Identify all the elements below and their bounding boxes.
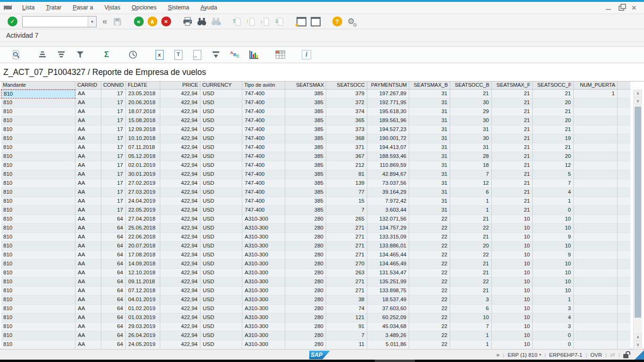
cell-seatsmax_f[interactable]: 10: [492, 251, 533, 260]
info-icon[interactable]: i: [299, 49, 314, 61]
cell-price[interactable]: 422,94: [160, 233, 200, 242]
cell-num_puerta[interactable]: [574, 143, 618, 152]
cell-seatsocc_b[interactable]: 7: [450, 170, 492, 179]
cell-seatsocc_f[interactable]: 1: [533, 296, 574, 304]
cell-paymentsum[interactable]: 3.603,44: [367, 206, 409, 215]
cell-seatsocc_f[interactable]: 0: [533, 340, 574, 349]
cell-mandante[interactable]: 810: [1, 331, 75, 340]
cell-tipo_avion[interactable]: A310-300: [242, 340, 285, 349]
cell-seatsocc_f[interactable]: 4: [533, 188, 574, 197]
cell-seatsocc_b[interactable]: 1: [450, 331, 492, 340]
cell-paymentsum[interactable]: 133.315,09: [367, 233, 409, 242]
restore-button[interactable]: [619, 5, 625, 11]
cell-mandante[interactable]: 810: [1, 269, 75, 278]
cell-seatsmax_b[interactable]: 31: [409, 143, 450, 152]
cell-currency[interactable]: USD: [200, 125, 242, 134]
cell-seatsocc_b[interactable]: 6: [450, 304, 492, 313]
cell-seatsocc_b[interactable]: 21: [450, 233, 492, 242]
cell-seatsmax_b[interactable]: 31: [409, 188, 450, 197]
cell-paymentsum[interactable]: 60.252,09: [367, 313, 409, 322]
cell-mandante[interactable]: 810: [1, 322, 75, 331]
cell-seatsmax_f[interactable]: 10: [492, 287, 533, 296]
cell-fldate[interactable]: 12.10.2018: [126, 269, 160, 278]
cell-seatsocc[interactable]: 81: [326, 170, 367, 179]
cell-seatsmax[interactable]: 280: [285, 340, 326, 349]
cell-currency[interactable]: USD: [200, 322, 242, 331]
cell-seatsocc_f[interactable]: 21: [533, 90, 574, 99]
command-field[interactable]: [23, 16, 88, 27]
cell-num_puerta[interactable]: [574, 313, 618, 322]
cell-fldate[interactable]: 26.04.2019: [126, 331, 160, 340]
cell-fldate[interactable]: 14.09.2018: [126, 260, 160, 269]
cell-carrid[interactable]: AA: [75, 90, 101, 99]
cell-seatsocc[interactable]: 270: [326, 260, 367, 269]
cell-seatsmax[interactable]: 280: [285, 296, 326, 304]
cell-connid[interactable]: 64: [101, 260, 126, 269]
cell-seatsocc[interactable]: 15: [326, 197, 367, 206]
scroll-page-down-icon[interactable]: ∨: [634, 341, 642, 348]
cell-connid[interactable]: 17: [101, 134, 126, 143]
cell-seatsmax_b[interactable]: 31: [409, 197, 450, 206]
cell-currency[interactable]: USD: [200, 313, 242, 322]
cell-connid[interactable]: 64: [101, 278, 126, 287]
cell-connid[interactable]: 64: [101, 251, 126, 260]
abc-analysis-icon[interactable]: ABC: [228, 49, 242, 61]
cell-num_puerta[interactable]: [574, 287, 618, 296]
cell-seatsocc_b[interactable]: 3: [450, 296, 492, 304]
cell-seatsocc[interactable]: 271: [326, 233, 367, 242]
cell-seatsocc[interactable]: 371: [326, 143, 367, 152]
cell-currency[interactable]: USD: [200, 304, 242, 313]
cell-fldate[interactable]: 20.07.2018: [126, 242, 160, 251]
cell-mandante[interactable]: 810: [1, 143, 75, 152]
cell-tipo_avion[interactable]: 747-400: [242, 143, 285, 152]
cell-carrid[interactable]: AA: [75, 215, 101, 224]
cell-carrid[interactable]: AA: [75, 251, 101, 260]
cell-paymentsum[interactable]: 133.886,01: [367, 242, 409, 251]
cell-seatsocc_b[interactable]: 31: [450, 125, 492, 134]
command-dropdown-icon[interactable]: ▾: [88, 16, 96, 27]
cell-currency[interactable]: USD: [200, 215, 242, 224]
cell-seatsmax[interactable]: 385: [285, 134, 326, 143]
cell-seatsocc_f[interactable]: 12: [533, 161, 574, 170]
cell-seatsmax_b[interactable]: 22: [409, 215, 450, 224]
cell-connid[interactable]: 64: [101, 340, 126, 349]
cell-currency[interactable]: USD: [200, 340, 242, 349]
cell-mandante[interactable]: 810: [1, 188, 75, 197]
cell-seatsmax[interactable]: 385: [285, 125, 326, 134]
cell-currency[interactable]: USD: [200, 90, 242, 99]
cell-seatsmax[interactable]: 280: [285, 260, 326, 269]
cell-tipo_avion[interactable]: 747-400: [242, 107, 285, 116]
cell-fldate[interactable]: 27.02.2019: [126, 179, 160, 188]
cell-currency[interactable]: USD: [200, 152, 242, 161]
cell-fldate[interactable]: 27.03.2019: [126, 188, 160, 197]
cell-seatsmax_f[interactable]: 21: [492, 170, 533, 179]
cell-seatsocc_b[interactable]: 1: [450, 206, 492, 215]
cell-seatsocc_f[interactable]: 21: [533, 125, 574, 134]
cell-seatsocc[interactable]: 121: [326, 313, 367, 322]
cell-tipo_avion[interactable]: A310-300: [242, 269, 285, 278]
cell-carrid[interactable]: AA: [75, 152, 101, 161]
cell-num_puerta[interactable]: [574, 134, 618, 143]
cell-seatsocc[interactable]: 271: [326, 278, 367, 287]
cell-seatsmax_f[interactable]: 10: [492, 224, 533, 233]
cell-connid[interactable]: 17: [101, 143, 126, 152]
cell-connid[interactable]: 17: [101, 179, 126, 188]
cell-paymentsum[interactable]: 192.771,95: [367, 99, 409, 107]
cell-mandante[interactable]: 810: [1, 107, 75, 116]
cell-num_puerta[interactable]: [574, 224, 618, 233]
column-header-seatsocc_b[interactable]: SEATSOCC_B: [450, 82, 492, 89]
cell-currency[interactable]: USD: [200, 260, 242, 269]
cell-carrid[interactable]: AA: [75, 125, 101, 134]
next-page-icon[interactable]: ↓: [260, 16, 272, 27]
cell-currency[interactable]: USD: [200, 188, 242, 197]
cell-num_puerta[interactable]: [574, 188, 618, 197]
cell-seatsmax_b[interactable]: 22: [409, 322, 450, 331]
cell-price[interactable]: 422,94: [160, 322, 200, 331]
cell-seatsmax_f[interactable]: 21: [492, 107, 533, 116]
save-icon[interactable]: [112, 16, 123, 27]
cell-seatsmax_b[interactable]: 31: [409, 125, 450, 134]
cell-paymentsum[interactable]: 188.593,46: [367, 152, 409, 161]
cell-fldate[interactable]: 12.09.2018: [126, 125, 160, 134]
cell-seatsmax_f[interactable]: 10: [492, 278, 533, 287]
cell-paymentsum[interactable]: 134.465,44: [367, 251, 409, 260]
